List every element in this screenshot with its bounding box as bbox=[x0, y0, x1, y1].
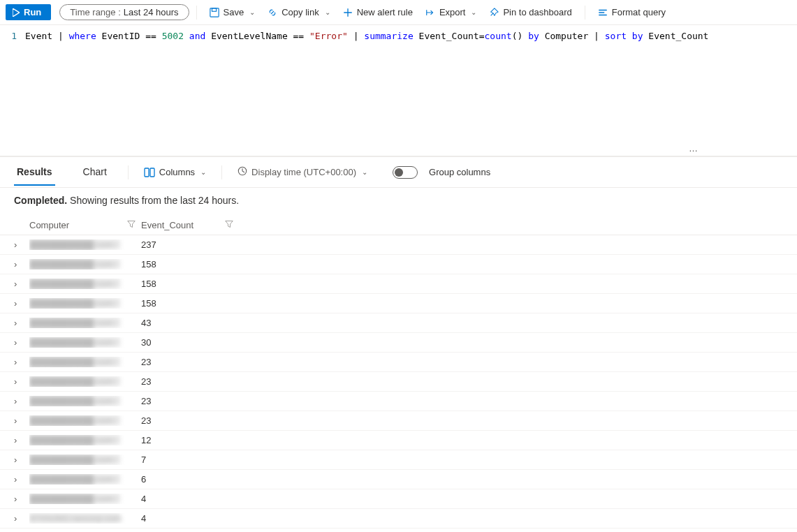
cell-event-count: 30 bbox=[141, 337, 239, 348]
export-button[interactable]: Export ⌄ bbox=[420, 4, 483, 20]
cell-computer: ██████████.com bbox=[29, 337, 141, 348]
token: Computer bbox=[545, 31, 589, 41]
token: "Error" bbox=[309, 31, 348, 41]
token: EventLevelName == bbox=[211, 31, 309, 41]
cell-event-count: 43 bbox=[141, 318, 239, 328]
token: EventID == bbox=[96, 31, 162, 41]
table-row[interactable]: ›██████████.com237 bbox=[0, 235, 797, 255]
expand-icon[interactable]: › bbox=[14, 435, 29, 445]
export-icon bbox=[425, 8, 435, 17]
query-code[interactable]: Event | where EventID == 5002 and EventL… bbox=[25, 29, 708, 43]
svg-rect-1 bbox=[212, 8, 216, 10]
table-row[interactable]: ›██████████.com23 bbox=[0, 372, 797, 392]
cell-computer: ██████████.com bbox=[29, 279, 141, 289]
group-columns-toggle[interactable] bbox=[393, 166, 418, 179]
table-row[interactable]: ›██████████.com30 bbox=[0, 333, 797, 353]
header-computer[interactable]: Computer bbox=[29, 220, 141, 230]
table-row[interactable]: ›97XNJM2.rancorp.com4 bbox=[0, 509, 797, 529]
table-row[interactable]: ›██████████.com158 bbox=[0, 294, 797, 313]
token: and bbox=[184, 31, 211, 41]
expand-icon[interactable]: › bbox=[14, 239, 29, 250]
table-row[interactable]: ›██████████.com6 bbox=[0, 470, 797, 489]
table-row[interactable]: ›██████████.com7 bbox=[0, 450, 797, 470]
expand-icon[interactable]: › bbox=[14, 318, 29, 328]
table-row[interactable]: ›██████████.com4 bbox=[0, 489, 797, 509]
token: Event_Count= bbox=[414, 31, 485, 41]
token: () bbox=[512, 31, 523, 41]
table-row[interactable]: ›██████████.com158 bbox=[0, 255, 797, 274]
cell-computer: ██████████.com bbox=[29, 357, 141, 367]
more-icon[interactable]: … bbox=[689, 143, 699, 154]
expand-icon[interactable]: › bbox=[14, 279, 29, 289]
expand-icon[interactable]: › bbox=[14, 396, 29, 406]
cell-event-count: 158 bbox=[141, 259, 239, 269]
new-alert-label: New alert rule bbox=[357, 7, 413, 17]
copy-link-button[interactable]: Copy link ⌄ bbox=[262, 4, 335, 20]
expand-icon[interactable]: › bbox=[14, 494, 29, 504]
expand-icon[interactable]: › bbox=[14, 298, 29, 309]
plus-icon bbox=[343, 8, 353, 17]
filter-icon[interactable] bbox=[225, 220, 233, 230]
separator bbox=[585, 6, 585, 20]
table-row[interactable]: ›██████████.com23 bbox=[0, 353, 797, 372]
table-row[interactable]: ›██████████.com23 bbox=[0, 392, 797, 411]
run-label: Run bbox=[24, 7, 41, 17]
tab-results[interactable]: Results bbox=[14, 159, 55, 186]
table-row[interactable]: ›██████████.com43 bbox=[0, 313, 797, 333]
expand-icon[interactable]: › bbox=[14, 455, 29, 465]
chevron-down-icon: ⌄ bbox=[362, 168, 367, 176]
table-row[interactable]: ›██████████.com158 bbox=[0, 274, 797, 294]
cell-computer: ██████████.com bbox=[29, 494, 141, 504]
cell-event-count: 23 bbox=[141, 357, 239, 367]
token: summarize bbox=[364, 31, 413, 41]
link-icon bbox=[268, 8, 277, 17]
line-number: 1 bbox=[0, 29, 17, 43]
table-row[interactable]: ›██████████.com12 bbox=[0, 431, 797, 450]
table-row[interactable]: ›██████████.com23 bbox=[0, 411, 797, 431]
expand-icon[interactable]: › bbox=[14, 474, 29, 485]
columns-button[interactable]: Columns ⌄ bbox=[140, 164, 210, 180]
cell-computer: ██████████.com bbox=[29, 259, 141, 269]
cell-computer: ██████████.com bbox=[29, 376, 141, 387]
cell-event-count: 237 bbox=[141, 239, 239, 250]
cell-computer: ██████████.com bbox=[29, 298, 141, 309]
chevron-down-icon: ⌄ bbox=[249, 8, 255, 16]
expand-icon[interactable]: › bbox=[14, 337, 29, 348]
expand-icon[interactable]: › bbox=[14, 513, 29, 524]
cell-event-count: 4 bbox=[141, 494, 239, 504]
header-event-count[interactable]: Event_Count bbox=[141, 220, 239, 230]
cell-computer: ██████████.com bbox=[29, 435, 141, 445]
expand-icon[interactable]: › bbox=[14, 415, 29, 426]
token: sort by bbox=[605, 31, 643, 41]
cell-event-count: 4 bbox=[141, 513, 239, 524]
expand-icon[interactable]: › bbox=[14, 357, 29, 367]
clock-icon bbox=[237, 166, 247, 178]
expand-icon[interactable]: › bbox=[14, 259, 29, 269]
format-query-button[interactable]: Format query bbox=[592, 4, 671, 20]
cell-event-count: 12 bbox=[141, 435, 239, 445]
chevron-down-icon: ⌄ bbox=[325, 8, 330, 16]
cell-computer: ██████████.com bbox=[29, 318, 141, 328]
new-alert-button[interactable]: New alert rule bbox=[337, 4, 418, 20]
cell-event-count: 23 bbox=[141, 396, 239, 406]
save-button[interactable]: Save ⌄ bbox=[204, 4, 261, 20]
cell-computer: ██████████.com bbox=[29, 455, 141, 465]
header-computer-label: Computer bbox=[29, 220, 69, 230]
token: | bbox=[348, 31, 364, 41]
display-time-button[interactable]: Display time (UTC+00:00) ⌄ bbox=[233, 163, 372, 181]
format-label: Format query bbox=[612, 7, 666, 17]
query-editor[interactable]: 1 Event | where EventID == 5002 and Even… bbox=[0, 25, 797, 156]
time-range-picker[interactable]: Time range : Last 24 hours bbox=[59, 4, 189, 20]
token: by bbox=[522, 31, 544, 41]
cell-computer: ██████████.com bbox=[29, 396, 141, 406]
expand-icon[interactable]: › bbox=[14, 376, 29, 387]
filter-icon[interactable] bbox=[127, 220, 136, 230]
status-line: Completed. Showing results from the last… bbox=[0, 188, 797, 216]
token: | bbox=[52, 31, 68, 41]
pin-button[interactable]: Pin to dashboard bbox=[483, 4, 577, 20]
svg-rect-2 bbox=[145, 168, 149, 177]
tab-chart[interactable]: Chart bbox=[80, 159, 110, 186]
save-label: Save bbox=[224, 7, 244, 17]
chevron-down-icon: ⌄ bbox=[200, 168, 206, 176]
run-button[interactable]: Run bbox=[6, 4, 51, 20]
